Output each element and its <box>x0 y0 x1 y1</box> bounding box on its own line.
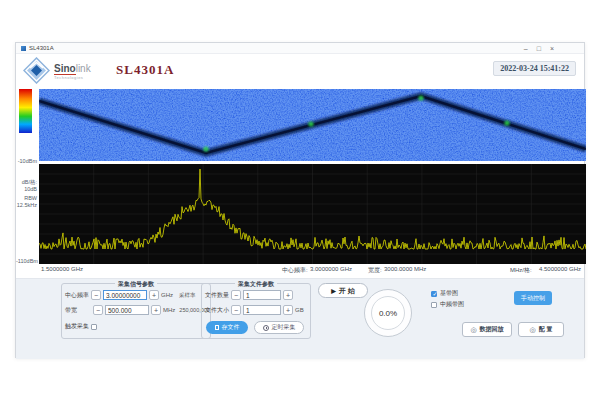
file-count-increment-button[interactable]: + <box>283 290 293 300</box>
progress-value: 0.0% <box>379 309 397 318</box>
if-view-option[interactable]: 中频带图 <box>431 300 464 309</box>
spectrum-display[interactable] <box>39 164 586 264</box>
save-file-button[interactable]: 存文件 <box>206 321 248 334</box>
center-frequency-field-label: 中心频率 <box>65 291 89 300</box>
window-title: SL4301A <box>29 45 524 51</box>
trigger-acquire-checkbox[interactable] <box>91 324 97 330</box>
brand-subtitle: Technologies <box>54 73 91 82</box>
save-file-label: 存文件 <box>222 323 240 332</box>
bandwidth-unit: MHz <box>163 307 175 313</box>
signal-parameters-title: 采集信号参数 <box>115 280 157 289</box>
gear-icon: ◎ <box>530 326 536 333</box>
timestamp-display: 2022-03-24 15:41:22 <box>493 61 576 76</box>
center-frequency-decrement-button[interactable]: − <box>91 290 101 300</box>
file-count-decrement-button[interactable]: − <box>231 290 241 300</box>
timed-acquire-label: 定时采集 <box>272 323 296 332</box>
desktop-background: SL4301A – □ × Sinolink Technologies SL43… <box>0 0 600 400</box>
app-window: SL4301A – □ × Sinolink Technologies SL43… <box>15 42 585 358</box>
center-frequency-increment-button[interactable]: + <box>149 290 159 300</box>
close-button[interactable]: × <box>550 45 554 52</box>
if-view-checkbox[interactable] <box>431 302 437 308</box>
scale-per-div-value: 10dB <box>16 186 37 192</box>
baseband-view-label: 基带图 <box>440 289 458 298</box>
amplitude-colorbar <box>19 89 32 133</box>
timed-acquire-button[interactable]: 定时采集 <box>254 321 304 334</box>
file-parameters-title: 采集文件参数 <box>235 280 277 289</box>
stop-frequency-label: 4.5000000 GHz <box>539 266 581 272</box>
file-icon <box>215 325 219 330</box>
bandwidth-increment-button[interactable]: + <box>151 305 161 315</box>
file-size-field-label: 文件大小 <box>205 306 229 315</box>
progress-gauge-inner: 0.0% <box>371 296 405 330</box>
span-value: 3000.0000 MHz <box>384 266 426 272</box>
bandwidth-input[interactable] <box>105 305 149 315</box>
file-count-field-label: 文件数量 <box>205 291 229 300</box>
gear-icon: ◎ <box>470 326 476 333</box>
span-caption: 宽度: <box>368 266 382 275</box>
baseband-view-option[interactable]: 基带图 <box>431 289 458 298</box>
start-label: 开 始 <box>339 286 355 296</box>
file-count-input[interactable] <box>243 290 281 300</box>
start-frequency-label: 1.5000000 GHz <box>41 266 83 272</box>
center-frequency-value: 3.0000000 GHz <box>310 266 352 272</box>
maximize-button[interactable]: □ <box>537 45 541 52</box>
trigger-acquire-label: 触发采集 <box>65 322 89 331</box>
data-playback-button[interactable]: ◎ 数据回放 <box>462 322 512 337</box>
manual-control-button[interactable]: 手动控制 <box>514 291 552 305</box>
rbw-label: RBW <box>16 195 37 201</box>
baseband-view-checkbox[interactable] <box>431 291 437 297</box>
file-size-decrement-button[interactable]: − <box>231 305 241 315</box>
center-frequency-caption: 中心频率: <box>282 266 308 275</box>
waterfall-display[interactable] <box>39 89 586 161</box>
floor-level-label: -110dBm <box>16 258 37 264</box>
data-playback-label: 数据回放 <box>480 325 504 334</box>
window-titlebar: SL4301A – □ × <box>16 43 584 54</box>
file-size-input[interactable] <box>243 305 281 315</box>
if-view-label: 中频带图 <box>440 300 464 309</box>
center-frequency-unit: GHz <box>161 292 173 298</box>
sample-rate-label: 采样率 <box>179 292 196 299</box>
app-icon <box>21 46 26 51</box>
file-size-increment-button[interactable]: + <box>283 305 293 315</box>
start-button[interactable]: ▶ 开 始 <box>318 283 368 298</box>
minimize-button[interactable]: – <box>524 45 528 52</box>
center-frequency-input[interactable] <box>103 290 147 300</box>
file-size-unit: GB <box>295 307 304 313</box>
manual-control-label: 手动控制 <box>521 294 545 303</box>
progress-gauge: 0.0% <box>364 289 412 337</box>
bandwidth-decrement-button[interactable]: − <box>93 305 103 315</box>
ref-level-label: -10dBm <box>16 158 37 164</box>
brand-text: Sinolink Technologies <box>54 62 91 82</box>
configure-button[interactable]: ◎ 配 置 <box>518 322 564 337</box>
per-division-caption: MHz/格: <box>510 266 532 275</box>
play-icon: ▶ <box>331 288 336 294</box>
configure-label: 配 置 <box>539 325 553 334</box>
bandwidth-field-label: 带宽 <box>65 306 91 315</box>
app-header: Sinolink Technologies SL4301A 2022-03-24… <box>16 54 584 88</box>
device-model-title: SL4301A <box>116 62 174 78</box>
scale-per-div-label: dB/格: <box>16 179 37 186</box>
clock-icon <box>263 325 269 331</box>
brand-logo-icon <box>23 57 50 84</box>
rbw-value: 12.5kHz <box>16 202 37 208</box>
window-controls: – □ × <box>524 45 554 52</box>
